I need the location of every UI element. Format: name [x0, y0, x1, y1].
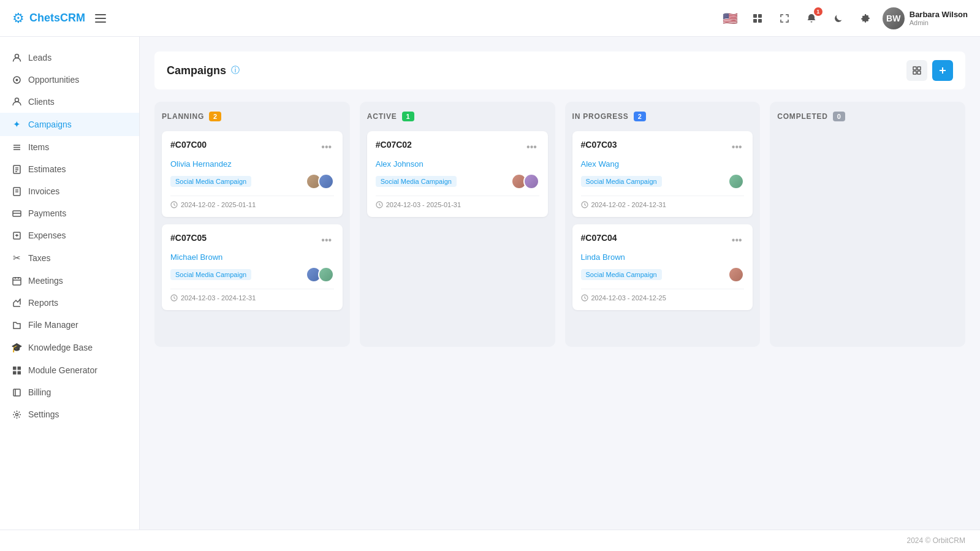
sidebar-item-clients[interactable]: Clients — [0, 91, 139, 113]
logo-text: ChetsCRM — [29, 12, 85, 25]
footer: 2024 © OrbitCRM — [0, 530, 980, 551]
campaign-card[interactable]: #C07C00 ••• Olivia Hernandez Social Medi… — [162, 131, 343, 217]
sidebar-item-label: Knowledge Base — [28, 343, 93, 352]
campaign-card[interactable]: #C07C05 ••• Michael Brown Social Media C… — [162, 224, 343, 310]
sidebar-item-label: Billing — [28, 387, 51, 397]
reports-icon — [11, 298, 22, 308]
sidebar-item-expenses[interactable]: Expenses — [0, 224, 139, 246]
sidebar-item-settings[interactable]: Settings — [0, 403, 139, 425]
card-date-text: 2024-12-03 - 2024-12-25 — [591, 294, 666, 302]
svg-rect-0 — [753, 14, 757, 18]
campaign-card[interactable]: #C07C02 ••• Alex Johnson Social Media Ca… — [367, 131, 548, 217]
campaign-card[interactable]: #C07C04 ••• Linda Brown Social Media Cam… — [572, 224, 753, 310]
card-tag: Social Media Campaign — [581, 176, 662, 187]
card-person[interactable]: Alex Johnson — [376, 159, 539, 169]
sidebar-item-billing[interactable]: Billing — [0, 381, 139, 403]
card-avatars — [306, 173, 334, 189]
logo-suffix: CRM — [60, 12, 85, 24]
card-date: 2024-12-03 - 2024-12-31 — [170, 294, 334, 302]
card-divider — [170, 196, 334, 196]
card-avatars — [728, 173, 744, 189]
card-avatar — [318, 267, 334, 283]
card-person[interactable]: Olivia Hernandez — [170, 159, 334, 169]
dark-mode-icon[interactable] — [829, 9, 848, 28]
svg-point-6 — [15, 78, 18, 81]
svg-rect-36 — [917, 71, 921, 74]
sidebar-item-reports[interactable]: Reports — [0, 292, 139, 314]
column-badge: 2 — [209, 112, 221, 121]
logo[interactable]: ⚙ ChetsCRM — [12, 10, 85, 26]
svg-point-32 — [15, 413, 18, 416]
kanban-column-planning: PLANNING 2 #C07C00 ••• Olivia Hernandez … — [154, 102, 350, 347]
card-menu-button[interactable]: ••• — [729, 233, 744, 248]
column-badge: 2 — [634, 112, 646, 121]
sidebar-item-module-generator[interactable]: Module Generator — [0, 359, 139, 381]
svg-rect-33 — [913, 67, 916, 70]
column-badge: 1 — [402, 112, 414, 121]
card-avatars — [728, 267, 744, 283]
grid-icon[interactable] — [748, 9, 767, 28]
sidebar-item-meetings[interactable]: Meetings — [0, 270, 139, 292]
sidebar-item-invoices[interactable]: Invoices — [0, 180, 139, 202]
sidebar-item-label: Module Generator — [28, 365, 97, 375]
card-divider — [581, 196, 745, 196]
sidebar-item-campaigns[interactable]: ✦ Campaigns — [0, 113, 139, 136]
items-icon — [11, 143, 22, 152]
campaign-card[interactable]: #C07C03 ••• Alex Wang Social Media Campa… — [572, 131, 753, 217]
card-person[interactable]: Alex Wang — [581, 159, 745, 169]
svg-point-7 — [15, 98, 18, 102]
flag-icon[interactable]: 🇺🇸 — [721, 9, 740, 28]
expand-icon[interactable] — [775, 9, 794, 28]
topbar-left: ⚙ ChetsCRM — [12, 10, 106, 26]
svg-rect-34 — [917, 67, 921, 70]
card-date-text: 2024-12-02 - 2024-12-31 — [591, 201, 666, 208]
page-title-area: Campaigns ⓘ — [167, 64, 240, 77]
sidebar-item-label: Opportunities — [28, 75, 79, 85]
sidebar-item-label: Payments — [28, 208, 66, 218]
taxes-icon: ✂ — [11, 253, 22, 264]
card-tag-row: Social Media Campaign — [170, 267, 334, 283]
kanban-column-in-progress: IN PROGRESS 2 #C07C03 ••• Alex Wang Soci… — [565, 102, 761, 347]
clock-icon — [376, 201, 383, 208]
sidebar-item-label: Leads — [28, 53, 51, 63]
sidebar-item-payments[interactable]: Payments — [0, 202, 139, 224]
sidebar-item-label: Campaigns — [28, 120, 72, 129]
estimates-icon — [11, 165, 22, 174]
sidebar-item-label: Invoices — [28, 186, 59, 196]
add-campaign-button[interactable] — [932, 60, 953, 81]
sidebar-item-knowledge-base[interactable]: 🎓 Knowledge Base — [0, 336, 139, 359]
sidebar-item-estimates[interactable]: Estimates — [0, 158, 139, 180]
card-menu-button[interactable]: ••• — [319, 233, 334, 248]
settings-icon[interactable] — [856, 9, 875, 28]
kanban-column-active: ACTIVE 1 #C07C02 ••• Alex Johnson Social… — [360, 102, 555, 347]
user-profile[interactable]: BW Barbara Wilson Admin — [883, 7, 968, 29]
sidebar-item-items[interactable]: Items — [0, 136, 139, 158]
column-badge: 0 — [833, 112, 845, 121]
payments-icon — [11, 209, 22, 218]
opportunities-icon — [11, 75, 22, 85]
sidebar-item-file-manager[interactable]: File Manager — [0, 314, 139, 336]
main-layout: Leads Opportunities Clients ✦ Campai — [0, 37, 980, 530]
notification-button[interactable]: 1 — [802, 9, 821, 28]
sidebar-item-leads[interactable]: Leads — [0, 47, 139, 69]
clock-icon — [581, 294, 588, 302]
card-menu-button[interactable]: ••• — [319, 140, 334, 154]
card-person[interactable]: Michael Brown — [170, 253, 334, 262]
card-tag-row: Social Media Campaign — [170, 173, 334, 189]
view-toggle-button[interactable] — [906, 60, 927, 81]
card-top: #C07C00 ••• — [170, 140, 334, 154]
hamburger-button[interactable] — [95, 14, 106, 23]
card-id: #C07C03 — [581, 140, 617, 150]
sidebar-item-taxes[interactable]: ✂ Taxes — [0, 246, 139, 270]
card-divider — [376, 196, 539, 196]
card-tag: Social Media Campaign — [170, 269, 251, 280]
sidebar-item-label: Settings — [28, 409, 59, 419]
card-menu-button[interactable]: ••• — [525, 140, 539, 154]
card-person[interactable]: Linda Brown — [581, 253, 745, 262]
sidebar: Leads Opportunities Clients ✦ Campai — [0, 37, 140, 530]
sidebar-item-opportunities[interactable]: Opportunities — [0, 69, 139, 91]
info-icon[interactable]: ⓘ — [231, 65, 240, 76]
card-id: #C07C05 — [170, 233, 207, 243]
card-menu-button[interactable]: ••• — [729, 140, 744, 154]
card-date-text: 2024-12-03 - 2024-12-31 — [181, 294, 256, 302]
